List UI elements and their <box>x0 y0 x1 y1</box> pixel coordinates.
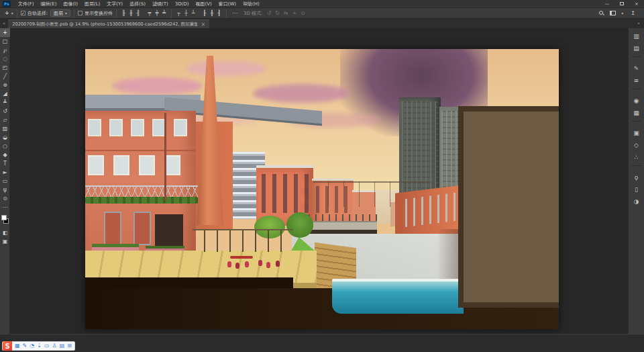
path-selection-tool[interactable]: ► <box>0 168 10 177</box>
panel-dock: ▥ ▤ ✎ ≡ ◉ ▦ ▣ ◇ ∴ ϙ ▯ ◑ <box>628 28 644 334</box>
ime-clock-icon[interactable]: ◔ <box>30 341 34 351</box>
quick-selection-tool[interactable]: ◌ <box>0 54 10 63</box>
distribute-middle-button[interactable]: ┼ <box>182 10 190 16</box>
menu-3d[interactable]: 3D(D) <box>172 0 193 8</box>
ime-toolbox-icon[interactable]: ▤ <box>60 341 65 351</box>
panel-color-icon[interactable]: ▥ <box>631 31 643 41</box>
zoom-tool[interactable]: ⊙ <box>0 194 10 203</box>
clone-stamp-tool[interactable]: ┻ <box>0 98 10 107</box>
window-controls: — × <box>600 0 644 8</box>
auto-select-dropdown[interactable]: 图层 ▾ <box>50 9 70 17</box>
ime-keyboard-icon[interactable]: ▭ <box>44 341 50 351</box>
move-tool[interactable]: + <box>0 28 10 37</box>
align-center-h-button[interactable]: ╫ <box>127 10 135 16</box>
menu-filter[interactable]: 滤镜(T) <box>149 0 172 8</box>
edit-toolbar-button[interactable]: ⋯ <box>0 203 10 212</box>
ime-mic-icon[interactable]: ⇣ <box>37 341 42 351</box>
menu-edit[interactable]: 编辑(E) <box>38 0 60 8</box>
brush-tool[interactable]: ◢ <box>0 89 10 98</box>
tab-overflow-icon[interactable]: » <box>633 19 644 28</box>
panel-adjustments-icon[interactable]: ∴ <box>631 152 643 162</box>
menu-image[interactable]: 图像(I) <box>60 0 81 8</box>
panel-swatches-icon[interactable]: ◉ <box>631 95 643 105</box>
3d-pan-icon[interactable]: ⇆ <box>282 10 290 16</box>
screen-mode-button[interactable]: ▣ <box>0 237 10 246</box>
menu-window[interactable]: 窗口(W) <box>215 0 239 8</box>
tool-preset-caret-icon[interactable]: ▾ <box>11 11 13 15</box>
window-row-upper <box>88 119 194 139</box>
distribute-left-button[interactable]: ┠ <box>201 10 209 16</box>
pen-tool[interactable]: ◆ <box>0 150 10 159</box>
panel-histogram-icon[interactable]: ▤ <box>631 43 643 53</box>
dock-divider <box>631 89 642 93</box>
cloud <box>186 61 266 76</box>
show-transform-checkbox[interactable] <box>78 11 83 15</box>
gradient-tool[interactable]: ▨ <box>0 124 10 133</box>
more-options-button[interactable]: ⋯ <box>230 10 239 16</box>
distribute-bottom-button[interactable]: ┴ <box>190 10 197 16</box>
marquee-tool[interactable]: □ <box>0 37 10 46</box>
3d-zoom-icon[interactable]: ⊙ <box>299 10 307 16</box>
eyedropper-tool[interactable]: ╱ <box>0 72 10 81</box>
foreground-color-swatch[interactable] <box>1 215 7 220</box>
align-bottom-button[interactable]: ╧ <box>160 10 168 16</box>
share-icon[interactable]: ↥ <box>629 10 637 16</box>
ime-mode-icon[interactable]: ▦ <box>15 341 20 351</box>
workspace-caret-icon[interactable]: ▾ <box>621 11 623 15</box>
shape-tool[interactable]: ▭ <box>0 177 10 185</box>
crop-tool[interactable]: ◰ <box>0 63 10 72</box>
restore-button[interactable] <box>614 0 629 8</box>
align-center-v-button[interactable]: ╪ <box>153 10 160 16</box>
move-tool-icon[interactable]: + <box>3 10 11 16</box>
canvas-area[interactable] <box>10 28 628 334</box>
collapse-panels-icon[interactable]: « <box>0 19 8 28</box>
eraser-tool[interactable]: ▱ <box>0 116 10 124</box>
history-brush-tool[interactable]: ↺ <box>0 107 10 116</box>
align-left-button[interactable]: ╟ <box>120 10 127 16</box>
canvas-image[interactable] <box>85 49 559 329</box>
workspace-switcher-icon[interactable] <box>610 11 616 15</box>
hand-tool[interactable]: ψ <box>0 185 10 194</box>
quick-mask-button[interactable]: ◧ <box>0 228 10 237</box>
align-top-button[interactable]: ╤ <box>146 10 154 16</box>
auto-select-checkbox[interactable]: ✓ <box>21 11 25 15</box>
panel-gradients-icon[interactable]: ◑ <box>631 196 643 206</box>
distribute-top-button[interactable]: ┬ <box>175 10 182 16</box>
ime-user-icon[interactable]: ♙ <box>52 341 57 351</box>
sogou-logo-icon[interactable]: S <box>3 341 12 351</box>
menu-file[interactable]: 文件(F) <box>15 0 38 8</box>
photoshop-logo-icon[interactable]: Ps <box>3 1 11 7</box>
tab-close-icon[interactable]: × <box>201 21 206 28</box>
distribute-center-button[interactable]: ╂ <box>208 10 215 16</box>
menu-layer[interactable]: 图层(L) <box>81 0 103 8</box>
panel-info-icon[interactable]: ▯ <box>631 184 643 194</box>
panel-layers-icon[interactable]: ▣ <box>631 128 643 138</box>
panel-patterns-icon[interactable]: ▦ <box>631 107 643 118</box>
3d-orbit-icon[interactable]: ↺ <box>264 10 273 16</box>
type-tool[interactable]: T <box>0 159 10 168</box>
document-tab[interactable]: 20200709-制图小教室.psb @ 14.9% (photo-153005… <box>8 19 209 28</box>
blur-tool[interactable]: ◒ <box>0 133 10 142</box>
panel-brush-settings-icon[interactable]: ✎ <box>631 63 643 73</box>
ime-toolbar[interactable]: S ▦ ✎ ◔ ⇣ ▭ ♙ ▤ ⊞ <box>2 341 75 351</box>
menu-type[interactable]: 文字(Y) <box>103 0 126 8</box>
align-right-button[interactable]: ╢ <box>135 10 142 16</box>
menu-help[interactable]: 帮助(H) <box>239 0 263 8</box>
ime-skin-icon[interactable]: ⊞ <box>67 341 72 351</box>
distribute-right-button[interactable]: ┨ <box>215 10 223 16</box>
3d-roll-icon[interactable]: ↻ <box>273 10 282 16</box>
panel-styles-icon[interactable]: ◇ <box>631 140 643 150</box>
healing-brush-tool[interactable]: ⊕ <box>0 81 10 89</box>
search-icon[interactable] <box>599 11 604 16</box>
ime-pencil-icon[interactable]: ✎ <box>23 341 28 351</box>
cafe-chair <box>258 260 262 266</box>
menu-select[interactable]: 选择(S) <box>126 0 149 8</box>
dodge-tool[interactable]: ○ <box>0 142 10 150</box>
panel-properties-icon[interactable]: ≡ <box>631 75 643 85</box>
menu-view[interactable]: 视图(V) <box>192 0 215 8</box>
panel-lightbulb-icon[interactable]: ϙ <box>631 172 643 182</box>
3d-slide-icon[interactable]: + <box>290 10 299 16</box>
minimize-button[interactable]: — <box>600 0 614 8</box>
lasso-tool[interactable]: ℘ <box>0 46 10 54</box>
close-button[interactable]: × <box>629 0 644 8</box>
